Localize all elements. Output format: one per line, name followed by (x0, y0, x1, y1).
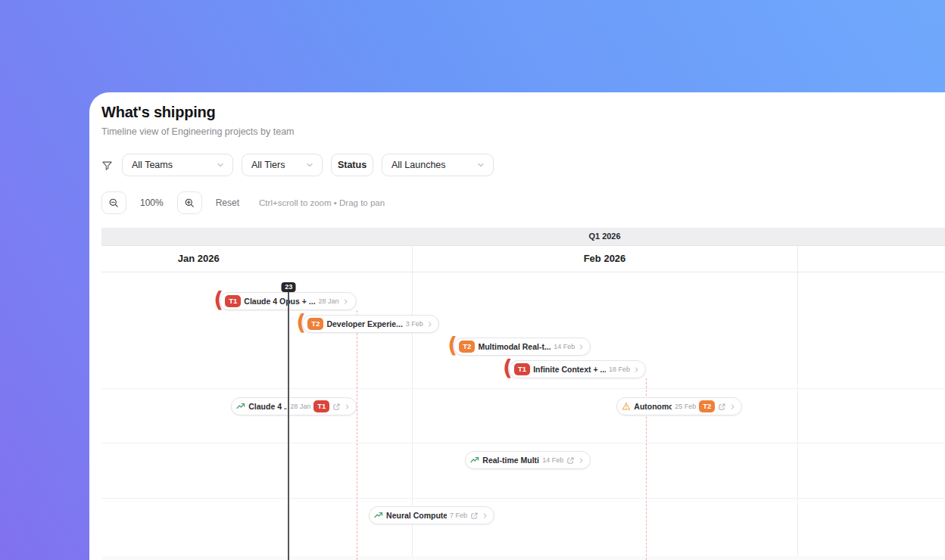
teams-filter-value: All Teams (132, 160, 173, 170)
chevron-right-icon (633, 366, 640, 373)
today-line (288, 292, 289, 560)
lane-separator (101, 443, 945, 443)
launches-filter-dropdown[interactable]: All Launches (382, 154, 494, 176)
status-filter-label: Status (338, 160, 366, 170)
item-label: Infinite Context + ... (533, 365, 606, 374)
trending-up-icon (374, 511, 383, 520)
zoom-out-icon (108, 198, 120, 209)
timeline-item[interactable]: Neural Computer...7 Feb (369, 506, 494, 524)
item-label: Real-time Multi... (482, 456, 539, 465)
item-date: 14 Feb (542, 456, 563, 464)
chevron-down-icon (476, 160, 485, 170)
trending-up-icon (236, 402, 245, 411)
zoom-out-button[interactable] (101, 191, 126, 214)
item-date: 18 Feb (609, 366, 630, 373)
zoom-hint: Ctrl+scroll to zoom • Drag to pan (259, 198, 385, 207)
timeline-item[interactable]: Claude 4 ...28 JanT1 (231, 397, 357, 415)
tier-badge: T1 (225, 295, 241, 307)
deadline-bracket-icon: ( (214, 290, 223, 311)
page-title: What's shipping (101, 104, 933, 121)
external-link-icon[interactable] (332, 403, 341, 411)
chevron-right-icon (729, 403, 736, 410)
external-link-icon[interactable] (718, 403, 726, 411)
timeline-item[interactable]: Real-time Multi...14 Feb (465, 451, 591, 469)
deadline-bracket-icon: ( (448, 335, 457, 356)
quarter-header-row: Q1 2026 (101, 228, 945, 246)
filter-toolbar: All Teams All Tiers Status All Launches (101, 154, 933, 176)
launches-filter-value: All Launches (391, 160, 446, 170)
item-label: Claude 4 ... (248, 402, 287, 411)
item-date: 3 Feb (406, 320, 423, 328)
timeline-item[interactable]: (T2Developer Experie...3 Feb (302, 315, 439, 333)
page-header: What's shipping Timeline view of Enginee… (89, 92, 945, 137)
warning-icon (622, 402, 631, 411)
lane-separator (101, 388, 945, 389)
zoom-in-button[interactable] (177, 191, 202, 214)
tiers-filter-value: All Tiers (251, 160, 285, 170)
chevron-down-icon (305, 160, 314, 170)
tier-badge: T1 (313, 400, 329, 412)
external-link-icon[interactable] (470, 512, 479, 520)
tier-badge: T1 (514, 363, 530, 375)
main-panel: What's shipping Timeline view of Enginee… (89, 92, 945, 560)
bottom-row-band (101, 556, 945, 560)
item-date: 25 Feb (675, 403, 696, 410)
zoom-toolbar: 100% Reset Ctrl+scroll to zoom • Drag to… (101, 191, 933, 214)
teams-filter-dropdown[interactable]: All Teams (122, 154, 233, 176)
month-label: Feb 2026 (584, 253, 626, 264)
quarter-label: Q1 2026 (588, 232, 620, 241)
item-label: Neural Computer... (386, 511, 447, 520)
external-link-icon[interactable] (566, 456, 575, 465)
chevron-right-icon (342, 298, 349, 305)
tier-badge: T2 (699, 400, 715, 412)
lane-separator (101, 498, 945, 499)
item-label: Claude 4 Opus + ... (244, 297, 315, 306)
zoom-level: 100% (140, 198, 164, 208)
item-date: 28 Jan (290, 403, 310, 410)
tier-badge: T2 (459, 341, 475, 353)
page-subtitle: Timeline view of Engineering projects by… (101, 126, 933, 137)
zoom-in-icon (184, 198, 195, 209)
chevron-right-icon (578, 457, 585, 464)
item-date: 14 Feb (554, 343, 575, 350)
item-date: 28 Jan (319, 297, 339, 305)
chevron-right-icon (426, 321, 433, 328)
timeline-view[interactable]: Q1 2026 Jan 2026Feb 2026Mar 202623(T1Cla… (101, 228, 945, 560)
deadline-bracket-icon: ( (503, 358, 513, 379)
timeline-item[interactable]: (T1Infinite Context + ...18 Feb (509, 360, 646, 378)
chevron-right-icon (482, 512, 488, 519)
month-label: Jan 2026 (178, 253, 220, 264)
timeline-item[interactable]: (T2Multimodal Real-t...14 Feb (454, 338, 591, 356)
month-header-border (101, 272, 945, 272)
item-label: Autonomo... (634, 402, 672, 411)
timeline-item[interactable]: Autonomo...25 FebT2 (616, 397, 742, 415)
chevron-right-icon (344, 403, 351, 410)
item-label: Multimodal Real-t... (478, 342, 550, 351)
deadline-marker-line (357, 310, 357, 560)
chevron-right-icon (578, 344, 585, 350)
item-label: Developer Experie... (326, 319, 402, 328)
reset-zoom-button[interactable]: Reset (216, 198, 239, 208)
item-date: 7 Feb (450, 512, 467, 519)
tiers-filter-dropdown[interactable]: All Tiers (242, 154, 323, 176)
tier-badge: T2 (307, 318, 323, 330)
timeline-canvas: Jan 2026Feb 2026Mar 202623(T1Claude 4 Op… (101, 246, 945, 560)
today-marker: 23 (282, 282, 296, 292)
trending-up-icon (470, 456, 479, 465)
month-gridline (797, 246, 798, 560)
chevron-down-icon (216, 160, 225, 170)
status-filter-button[interactable]: Status (331, 154, 373, 176)
filter-icon (101, 160, 114, 171)
deadline-bracket-icon: ( (296, 313, 306, 334)
